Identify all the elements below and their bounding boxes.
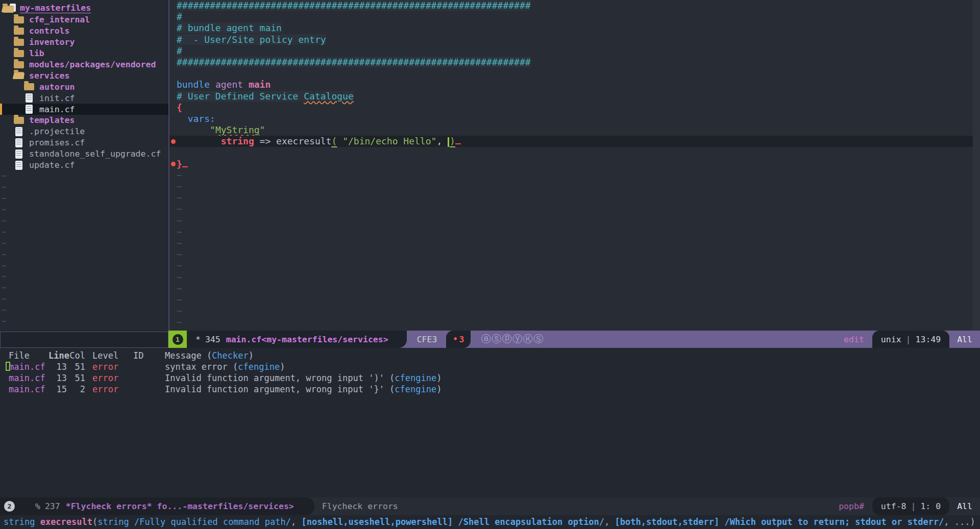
flycheck-errors-pane[interactable]: File Line Col Level ID Message (Checker)…	[0, 348, 980, 497]
code-line	[169, 147, 973, 158]
separator: |	[906, 335, 911, 344]
editor-buffer[interactable]: ########################################…	[169, 0, 973, 331]
empty-line: ~	[169, 226, 973, 238]
minor-mode-icons: ⓐⓢⓟⓨⓀⓈ	[481, 333, 544, 346]
text-cursor	[448, 137, 449, 147]
error-underline	[455, 137, 461, 144]
empty-line-indicator: ~	[177, 272, 182, 283]
code-line	[169, 68, 973, 79]
empty-line: ~	[169, 283, 973, 294]
clock: 13:49	[916, 335, 941, 344]
window-number-block: 1	[168, 331, 187, 348]
tree-item-templates[interactable]: templates	[0, 115, 168, 126]
tree-item-label: controls	[29, 26, 69, 36]
empty-line-indicator: ~	[0, 293, 168, 305]
code-line: string => execresult( "/bin/echo Hello",…	[169, 136, 973, 147]
tree-item-init-cf[interactable]: init.cf	[0, 92, 168, 104]
major-mode-label[interactable]: CFE3	[417, 335, 437, 344]
tree-item-services[interactable]: services	[0, 70, 168, 81]
file-icon	[15, 149, 22, 159]
error-row[interactable]: main.cf152errorInvalid function argument…	[0, 384, 980, 395]
major-mode-label-2[interactable]: Flycheck errors	[322, 501, 398, 511]
tree-item--projectile[interactable]: .projectile	[0, 126, 168, 137]
empty-line-indicator: ~	[0, 170, 168, 182]
open-folder-icon	[14, 72, 24, 79]
empty-line-indicator: ~	[177, 317, 182, 328]
error-underline	[182, 160, 188, 167]
separator-2: |	[911, 501, 916, 511]
tree-item-lib[interactable]: lib	[0, 48, 168, 59]
empty-line: ~	[169, 294, 973, 306]
eldoc-segment: string /Fully qualified command path/	[97, 517, 291, 527]
col-header-id[interactable]: ID	[133, 350, 165, 361]
empty-line-indicator: ~	[177, 170, 182, 181]
col-header-line[interactable]: Line	[48, 350, 67, 361]
eldoc-segment: [both,stdout,stderr] /Which output to re…	[615, 517, 944, 527]
folder-icon	[14, 61, 24, 68]
empty-line-indicator: ~	[177, 238, 182, 248]
error-row[interactable]: main.cf1351errorInvalid function argumen…	[0, 372, 980, 384]
code-line: #	[169, 11, 973, 22]
empty-line-indicator: ~	[0, 182, 168, 193]
empty-line: ~	[169, 249, 973, 260]
tree-item-modules-packages-vendored[interactable]: modules/packages/vendored	[0, 59, 168, 70]
buffer-percent: %	[35, 501, 40, 511]
evil-state-label: edit	[844, 335, 864, 344]
eldoc-segment: [noshell,useshell,powershell] /Shell enc…	[301, 517, 604, 527]
editor-right-scroll-strip[interactable]	[973, 0, 980, 331]
empty-line: ~	[169, 192, 973, 204]
code-line: # User Defined Service Catalogue	[169, 91, 973, 102]
cursor-line-col: 1: 0	[920, 501, 941, 511]
empty-line: ~	[169, 238, 973, 249]
empty-line-indicator: ~	[177, 204, 182, 214]
col-header-col[interactable]: Col	[67, 350, 85, 361]
tree-item-label: main.cf	[39, 105, 75, 114]
emacs-frame: my-masterfilescfe_internalcontrolsinvent…	[0, 0, 980, 529]
file-icon	[26, 105, 33, 114]
window-number-badge: 1	[173, 334, 183, 345]
echo-area[interactable]: string execresult(string /Fully qualifie…	[0, 515, 980, 529]
tree-item-label: cfe_internal	[29, 15, 90, 24]
folder-icon	[24, 83, 34, 90]
col-header-file[interactable]: File	[9, 350, 48, 361]
fringe-error-dot	[171, 139, 176, 144]
tree-item-main-cf[interactable]: main.cf	[0, 104, 168, 115]
empty-line-indicator: ~	[0, 193, 168, 204]
empty-line-indicator: ~	[177, 192, 182, 203]
tree-item-inventory[interactable]: inventory	[0, 37, 168, 48]
tree-item-label: inventory	[29, 37, 75, 47]
file-tree-sidebar[interactable]: my-masterfilescfe_internalcontrolsinvent…	[0, 0, 168, 348]
checker-link[interactable]: cfengine	[395, 373, 436, 383]
tree-item-cfe-internal[interactable]: cfe_internal	[0, 14, 168, 26]
error-message: Invalid function argument, wrong input '…	[165, 384, 980, 394]
tree-item-promises-cf[interactable]: promises.cf	[0, 137, 168, 148]
tree-item-controls[interactable]: controls	[0, 26, 168, 37]
empty-line: ~	[169, 260, 973, 271]
code-line: ########################################…	[169, 57, 973, 68]
tree-item-label: services	[29, 71, 69, 81]
folder-icon	[14, 16, 24, 23]
empty-line-indicator: ~	[177, 283, 182, 294]
tree-root-label: my-masterfiles	[20, 3, 91, 13]
eldoc-segment: , ...)	[944, 517, 975, 527]
tree-root-my-masterfiles[interactable]: my-masterfiles	[0, 2, 168, 14]
scroll-position: All	[957, 335, 972, 344]
tree-item-autorun[interactable]: autorun	[0, 81, 168, 92]
errors-header-row[interactable]: File Line Col Level ID Message (Checker)	[0, 348, 980, 361]
tree-item-label: promises.cf	[29, 138, 85, 147]
buffer-name-2: *Flycheck errors* fo...-masterfiles/serv…	[66, 501, 294, 511]
eldoc-segment: ,	[291, 517, 301, 527]
empty-line-indicator: ~	[0, 316, 168, 327]
checker-link[interactable]: cfengine	[238, 362, 280, 372]
checker-link[interactable]: cfengine	[395, 384, 436, 394]
empty-line: ~	[169, 170, 973, 181]
checker-header-link: Checker	[212, 350, 249, 361]
error-message: syntax error (cfengine)	[165, 362, 980, 372]
flycheck-error-counter[interactable]: • 3	[446, 331, 471, 348]
col-header-message[interactable]: Message (Checker)	[165, 350, 980, 361]
tree-item-standalone-self-upgrade-cf[interactable]: standalone_self_upgrade.cf	[0, 148, 168, 160]
col-header-level[interactable]: Level	[92, 350, 133, 361]
tree-item-update-cf[interactable]: update.cf	[0, 160, 168, 171]
error-row[interactable]: main.cf1351errorsyntax error (cfengine)	[0, 361, 980, 372]
eldoc-segment: ,	[604, 517, 615, 527]
